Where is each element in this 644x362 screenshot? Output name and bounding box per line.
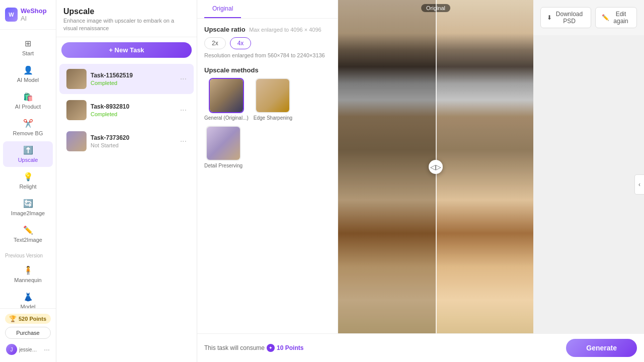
task-list-panel: Upscale Enhance image with upscaler to e… (56, 0, 197, 362)
sidebar-footer: 🏆 520 Points Purchase J jessie@we... ··· (0, 308, 56, 362)
method-label-general: General (Original...) (204, 115, 249, 121)
logo: W WeShop AI (0, 0, 56, 30)
upscale-ratio-label: Upscale ratio Max enlarged to 4096 × 409… (204, 26, 331, 33)
avatar: J (6, 344, 17, 355)
tab-bar: Original (197, 0, 338, 19)
text2image-icon: ✏️ (23, 225, 33, 235)
tab-original[interactable]: Original (204, 0, 241, 18)
task-item[interactable]: Task-7373620 Not Started ··· (59, 126, 194, 156)
center-main: Original Upscale ratio Max enlarged to 4… (197, 0, 644, 362)
upscale-methods-label: Upscale methods (204, 66, 331, 74)
task-status: Completed (91, 111, 176, 117)
task-list: Task-11562519 Completed ··· Task-8932810… (56, 63, 197, 362)
method-thumb-general (209, 78, 244, 113)
sidebar-item-ai-model[interactable]: 👤AI Model (3, 61, 53, 87)
logo-icon: W (5, 8, 18, 22)
method-thumb-detail (206, 126, 241, 161)
method-general[interactable]: General (Original...) (204, 78, 249, 121)
remove-bg-icon: ✂️ (23, 119, 33, 128)
sidebar-item-text2image[interactable]: ✏️Text2Image (3, 221, 53, 247)
panel-title: Upscale (63, 7, 190, 16)
user-row[interactable]: J jessie@we... ··· (5, 342, 51, 357)
points-badge: 🏆 520 Points (5, 314, 51, 324)
image2image-icon: 🔄 (23, 199, 33, 208)
purchase-button[interactable]: Purchase (5, 327, 51, 339)
image-left (338, 0, 436, 333)
sidebar-nav: ⊞Start👤AI Model🛍️AI Product✂️Remove BG⬆️… (0, 30, 56, 308)
new-task-button[interactable]: + New Task (61, 42, 192, 58)
download-psd-button[interactable]: ⬇ Download PSD (540, 7, 591, 28)
task-status: Completed (91, 80, 176, 86)
sidebar: W WeShop AI ⊞Start👤AI Model🛍️AI Product✂… (0, 0, 56, 362)
sidebar-item-mannequin[interactable]: 🧍Mannequin (3, 261, 53, 287)
image-right (436, 0, 533, 333)
method-label-detail: Detail Preserving (204, 163, 243, 168)
task-name: Task-8932810 (91, 103, 176, 110)
right-panel-header: ⬇ Download PSD ✏️ Edit again (533, 0, 644, 35)
resolution-text: Resolution enlarged from 560×784 to 2240… (204, 52, 331, 58)
generate-button[interactable]: Generate (566, 339, 637, 357)
edit-again-button[interactable]: ✏️ Edit again (595, 7, 637, 28)
edit-icon: ✏️ (602, 14, 609, 21)
center-top: Original Upscale ratio Max enlarged to 4… (197, 0, 644, 333)
panel-description: Enhance image with upscaler to embark on… (63, 17, 190, 33)
method-grid: General (Original...) Edge Sharpening De… (204, 78, 331, 168)
method-thumb-edge (255, 78, 290, 113)
user-email: jessie@we... (19, 347, 42, 352)
sidebar-item-relight[interactable]: 💡Relight (3, 168, 53, 194)
method-edge[interactable]: Edge Sharpening (254, 78, 292, 121)
user-menu-dots[interactable]: ··· (44, 345, 50, 353)
upscale-icon: ⬆️ (23, 145, 33, 155)
sidebar-item-start[interactable]: ⊞Start (3, 35, 53, 60)
task-thumbnail (66, 131, 87, 151)
settings-content: Upscale ratio Max enlarged to 4096 × 409… (197, 19, 338, 184)
sidebar-item-upscale[interactable]: ⬆️Upscale (3, 141, 53, 167)
ratio-4x-button[interactable]: 4x (230, 37, 252, 49)
consume-text: This task will consume ✦ 10 Points (204, 344, 303, 352)
task-item[interactable]: Task-11562519 Completed ··· (59, 64, 194, 94)
task-status: Not Started (91, 142, 176, 148)
download-icon: ⬇ (547, 14, 552, 21)
task-options-dots[interactable]: ··· (180, 137, 187, 146)
right-empty-panel: ⬇ Download PSD ✏️ Edit again ‹ (533, 0, 644, 333)
start-icon: ⊞ (25, 39, 31, 48)
ratio-2x-button[interactable]: 2x (204, 37, 226, 49)
preview-area: ◁▷ Original (338, 0, 533, 333)
config-panel: Original Upscale ratio Max enlarged to 4… (197, 0, 338, 333)
task-info: Task-8932810 Completed (91, 103, 176, 117)
prev-version-label: Previous Version (0, 248, 56, 260)
task-thumbnail (66, 69, 87, 89)
panel-header: Upscale Enhance image with upscaler to e… (56, 0, 197, 37)
ratio-row: 2x 4x (204, 37, 331, 49)
ai-product-icon: 🛍️ (23, 92, 33, 102)
sidebar-item-ai-product[interactable]: 🛍️AI Product (3, 88, 53, 114)
slider-handle[interactable]: ◁▷ (429, 160, 443, 174)
task-item[interactable]: Task-8932810 Completed ··· (59, 95, 194, 125)
task-name: Task-11562519 (91, 72, 176, 79)
logo-text: WeShop AI (21, 7, 51, 22)
ai-model-icon: 👤 (23, 65, 33, 75)
model-icon: 👗 (23, 292, 33, 302)
sidebar-item-model[interactable]: 👗Model (3, 288, 53, 308)
image-placeholder: ◁▷ (338, 0, 533, 333)
task-info: Task-11562519 Completed (91, 72, 176, 86)
points-icon: ✦ (267, 344, 275, 352)
sidebar-item-image2image[interactable]: 🔄Image2Image (3, 195, 53, 220)
task-options-dots[interactable]: ··· (180, 106, 187, 115)
method-detail[interactable]: Detail Preserving (204, 126, 243, 168)
method-label-edge: Edge Sharpening (254, 115, 292, 121)
task-name: Task-7373620 (91, 134, 176, 141)
task-thumbnail (66, 100, 87, 120)
points-value: 520 Points (19, 316, 46, 322)
relight-icon: 💡 (23, 172, 33, 182)
task-options-dots[interactable]: ··· (180, 74, 187, 83)
bottom-bar: This task will consume ✦ 10 Points Gener… (197, 333, 644, 362)
side-panel-toggle[interactable]: ‹ (634, 174, 644, 195)
task-info: Task-7373620 Not Started (91, 134, 176, 148)
sidebar-item-remove-bg[interactable]: ✂️Remove BG (3, 115, 53, 140)
mannequin-icon: 🧍 (23, 265, 33, 275)
